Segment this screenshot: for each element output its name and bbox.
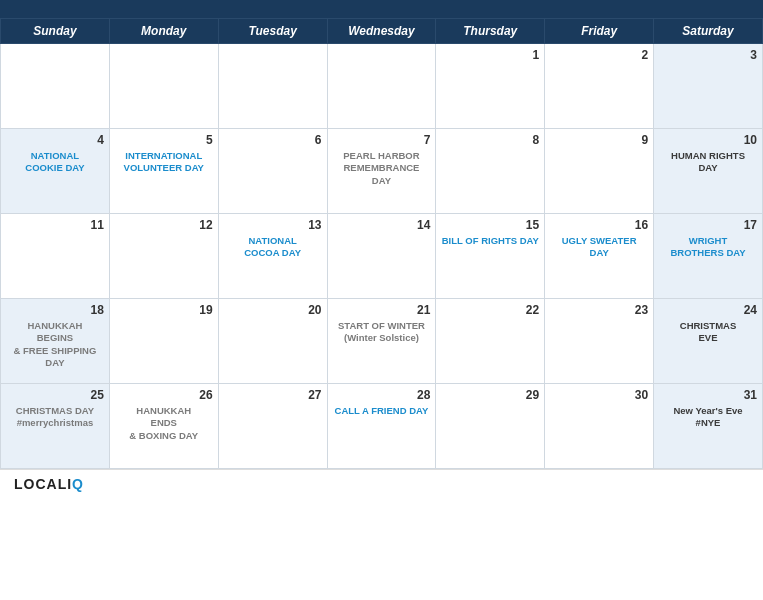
calendar-cell: 12 — [109, 214, 218, 299]
weekday-label: Monday — [109, 19, 218, 44]
day-number: 11 — [6, 218, 104, 232]
calendar-cell: 25CHRISTMAS DAY #merrychristmas — [1, 384, 110, 469]
calendar-cell — [1, 44, 110, 129]
calendar-cell: 3 — [654, 44, 763, 129]
day-number: 4 — [6, 133, 104, 147]
day-number: 10 — [659, 133, 757, 147]
calendar-cell — [218, 44, 327, 129]
weekday-label: Saturday — [654, 19, 763, 44]
event-label: PEARL HARBOR REMEMBRANCE DAY — [333, 150, 431, 187]
calendar-cell: 29 — [436, 384, 545, 469]
day-number: 12 — [115, 218, 213, 232]
calendar-footer: LOCALIQ — [0, 469, 763, 498]
calendar-cell: 19 — [109, 299, 218, 384]
event-label: BILL OF RIGHTS DAY — [441, 235, 539, 247]
day-number: 9 — [550, 133, 648, 147]
day-number: 27 — [224, 388, 322, 402]
calendar-cell: 11 — [1, 214, 110, 299]
event-label: NATIONAL COCOA DAY — [224, 235, 322, 260]
calendar-cell: 26HANUKKAH ENDS & BOXING DAY — [109, 384, 218, 469]
day-number: 16 — [550, 218, 648, 232]
calendar-cell: 23 — [545, 299, 654, 384]
calendar-cell: 6 — [218, 129, 327, 214]
event-label: CALL A FRIEND DAY — [333, 405, 431, 417]
calendar-cell: 18HANUKKAH BEGINS & FREE SHIPPING DAY — [1, 299, 110, 384]
calendar-cell: 7PEARL HARBOR REMEMBRANCE DAY — [327, 129, 436, 214]
calendar-cell — [327, 44, 436, 129]
calendar-header — [0, 0, 763, 18]
day-number: 8 — [441, 133, 539, 147]
calendar-cell: 28CALL A FRIEND DAY — [327, 384, 436, 469]
day-number: 26 — [115, 388, 213, 402]
calendar-week-row: 18HANUKKAH BEGINS & FREE SHIPPING DAY192… — [1, 299, 763, 384]
day-number: 23 — [550, 303, 648, 317]
calendar-cell: 30 — [545, 384, 654, 469]
event-label: HANUKKAH ENDS & BOXING DAY — [115, 405, 213, 442]
event-label: CHRISTMAS DAY #merrychristmas — [6, 405, 104, 430]
calendar-cell: 22 — [436, 299, 545, 384]
day-number: 19 — [115, 303, 213, 317]
day-number: 28 — [333, 388, 431, 402]
calendar-cell: 9 — [545, 129, 654, 214]
calendar-week-row: 4NATIONAL COOKIE DAY5INTERNATIONAL VOLUN… — [1, 129, 763, 214]
calendar-cell: 8 — [436, 129, 545, 214]
day-number: 6 — [224, 133, 322, 147]
calendar-cell: 27 — [218, 384, 327, 469]
event-label: INTERNATIONAL VOLUNTEER DAY — [115, 150, 213, 175]
calendar-cell: 1 — [436, 44, 545, 129]
day-number: 29 — [441, 388, 539, 402]
calendar-week-row: 123 — [1, 44, 763, 129]
calendar-cell — [109, 44, 218, 129]
calendar-cell: 14 — [327, 214, 436, 299]
weekday-label: Friday — [545, 19, 654, 44]
day-number: 21 — [333, 303, 431, 317]
day-number: 5 — [115, 133, 213, 147]
event-label: WRIGHT BROTHERS DAY — [659, 235, 757, 260]
event-label: HUMAN RIGHTS DAY — [659, 150, 757, 175]
day-number: 25 — [6, 388, 104, 402]
day-number: 18 — [6, 303, 104, 317]
calendar-cell: 2 — [545, 44, 654, 129]
day-number: 3 — [659, 48, 757, 62]
calendar-cell: 31New Year's Eve #NYE — [654, 384, 763, 469]
day-number: 13 — [224, 218, 322, 232]
day-number: 20 — [224, 303, 322, 317]
calendar-cell: 16UGLY SWEATER DAY — [545, 214, 654, 299]
event-label: NATIONAL COOKIE DAY — [6, 150, 104, 175]
weekday-label: Wednesday — [327, 19, 436, 44]
event-label: New Year's Eve #NYE — [659, 405, 757, 430]
event-label: UGLY SWEATER DAY — [550, 235, 648, 260]
calendar-table: SundayMondayTuesdayWednesdayThursdayFrid… — [0, 18, 763, 469]
calendar-cell: 17WRIGHT BROTHERS DAY — [654, 214, 763, 299]
day-number: 22 — [441, 303, 539, 317]
weekday-header-row: SundayMondayTuesdayWednesdayThursdayFrid… — [1, 19, 763, 44]
day-number: 7 — [333, 133, 431, 147]
day-number: 2 — [550, 48, 648, 62]
day-number: 24 — [659, 303, 757, 317]
calendar-week-row: 111213NATIONAL COCOA DAY1415BILL OF RIGH… — [1, 214, 763, 299]
day-number: 14 — [333, 218, 431, 232]
calendar-cell: 21START OF WINTER (Winter Solstice) — [327, 299, 436, 384]
day-number: 30 — [550, 388, 648, 402]
weekday-label: Thursday — [436, 19, 545, 44]
day-number: 1 — [441, 48, 539, 62]
day-number: 17 — [659, 218, 757, 232]
day-number: 15 — [441, 218, 539, 232]
event-label: START OF WINTER (Winter Solstice) — [333, 320, 431, 345]
calendar-cell: 5INTERNATIONAL VOLUNTEER DAY — [109, 129, 218, 214]
calendar-cell: 10HUMAN RIGHTS DAY — [654, 129, 763, 214]
weekday-label: Tuesday — [218, 19, 327, 44]
calendar-week-row: 25CHRISTMAS DAY #merrychristmas26HANUKKA… — [1, 384, 763, 469]
day-number: 31 — [659, 388, 757, 402]
calendar-cell: 4NATIONAL COOKIE DAY — [1, 129, 110, 214]
calendar-cell: 13NATIONAL COCOA DAY — [218, 214, 327, 299]
event-label: CHRISTMAS EVE — [659, 320, 757, 345]
calendar-cell: 24CHRISTMAS EVE — [654, 299, 763, 384]
event-label: HANUKKAH BEGINS & FREE SHIPPING DAY — [6, 320, 104, 369]
calendar-container: SundayMondayTuesdayWednesdayThursdayFrid… — [0, 0, 763, 498]
calendar-cell: 20 — [218, 299, 327, 384]
brand-logo: LOCALIQ — [14, 476, 749, 492]
calendar-cell: 15BILL OF RIGHTS DAY — [436, 214, 545, 299]
weekday-label: Sunday — [1, 19, 110, 44]
